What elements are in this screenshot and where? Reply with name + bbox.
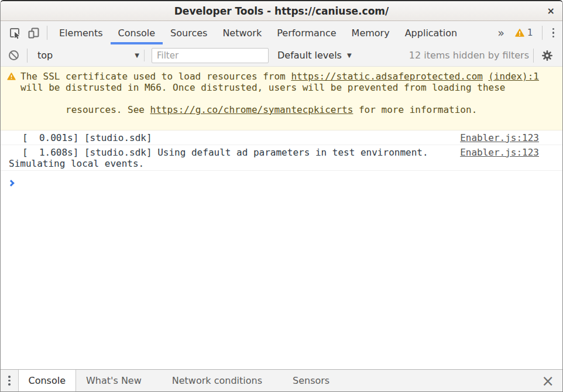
drawer-tab-network-conditions[interactable]: Network conditions xyxy=(162,370,272,391)
console-prompt[interactable] xyxy=(1,171,562,188)
log-source-link[interactable]: Enabler.js:123 xyxy=(460,147,539,158)
gear-icon xyxy=(541,50,553,61)
active-tab-indicator xyxy=(111,42,163,44)
tab-network[interactable]: Network xyxy=(215,21,269,44)
log-message-text: [ 1.608s] [studio.sdk] Using default ad … xyxy=(9,147,453,158)
clear-console-button[interactable] xyxy=(4,47,23,64)
log-levels-dropdown[interactable]: Default levels ▼ xyxy=(277,50,352,61)
devtools-window: Developer Tools - https://caniuse.com/ ×… xyxy=(0,0,563,392)
warning-info-link[interactable]: https://g.co/chrome/symantecpkicerts xyxy=(150,104,353,115)
warning-text: The SSL certificate used to load resourc… xyxy=(20,71,291,82)
tab-memory[interactable]: Memory xyxy=(344,21,397,44)
devtools-tab-bar: Elements Console Sources Network Perform… xyxy=(1,21,562,44)
drawer-tab-console[interactable]: Console xyxy=(18,370,77,391)
tab-console[interactable]: Console xyxy=(111,21,163,44)
console-message-row: [ 1.608s] [studio.sdk] Using default ad … xyxy=(1,145,562,171)
warning-triangle-icon xyxy=(7,73,16,80)
tab-application[interactable]: Application xyxy=(397,21,465,44)
log-message-text: [ 0.001s] [studio.sdk] xyxy=(9,132,453,143)
warning-count: 1 xyxy=(527,27,533,38)
warnings-badge[interactable]: 1 xyxy=(510,27,538,38)
tab-sources[interactable]: Sources xyxy=(163,21,215,44)
console-message-row: [ 0.001s] [studio.sdk] Enabler.js:123 xyxy=(1,130,562,145)
divider xyxy=(27,49,28,63)
divider xyxy=(542,26,543,40)
log-message-text: Simulating local events. xyxy=(9,158,453,169)
tab-performance[interactable]: Performance xyxy=(269,21,344,44)
title-bar: Developer Tools - https://caniuse.com/ × xyxy=(1,1,562,21)
chevron-down-icon: ▼ xyxy=(347,52,352,59)
context-label: top xyxy=(37,50,53,61)
log-source-link[interactable]: Enabler.js:123 xyxy=(460,132,539,143)
devtools-menu-icon[interactable] xyxy=(547,28,561,38)
warning-url-link[interactable]: https://static.adsafeprotected.com xyxy=(291,71,483,82)
inspect-element-button[interactable] xyxy=(5,24,24,42)
device-toolbar-icon xyxy=(28,27,40,39)
inspect-cursor-icon xyxy=(9,27,21,39)
window-close-icon[interactable]: × xyxy=(547,5,555,17)
drawer-tab-bar: Console What's New Network conditions Se… xyxy=(1,369,562,391)
warning-triangle-icon xyxy=(515,29,524,37)
drawer-tab-whats-new[interactable]: What's New xyxy=(76,370,152,391)
console-prompt-chevron-icon xyxy=(8,180,14,186)
device-toolbar-button[interactable] xyxy=(24,24,43,42)
console-toolbar: top ▼ Default levels ▼ 12 items hidden b… xyxy=(1,44,562,67)
console-settings-button[interactable] xyxy=(538,47,557,64)
more-tabs-icon[interactable]: » xyxy=(492,26,510,39)
console-output: The SSL certificate used to load resourc… xyxy=(1,67,562,188)
filter-input[interactable] xyxy=(152,48,269,63)
hidden-items-status: 12 items hidden by filters xyxy=(409,50,529,61)
warning-text: will be distrusted in M66. Once distrust… xyxy=(20,82,539,93)
levels-label: Default levels xyxy=(277,50,342,61)
warning-text: resources. See xyxy=(66,104,150,115)
chevron-down-icon: ▼ xyxy=(135,52,139,59)
block-icon xyxy=(8,50,19,61)
console-warning-message: The SSL certificate used to load resourc… xyxy=(1,67,562,130)
drawer-tab-sensors[interactable]: Sensors xyxy=(283,370,339,391)
warning-text: for more information. xyxy=(353,104,477,115)
window-title: Developer Tools - https://caniuse.com/ xyxy=(174,5,389,17)
divider xyxy=(144,50,145,61)
divider xyxy=(47,26,47,40)
execution-context-selector[interactable]: top ▼ xyxy=(32,48,142,63)
drawer-close-icon[interactable]: × xyxy=(541,374,554,387)
divider xyxy=(533,49,534,63)
warning-source-link[interactable]: (index):1 xyxy=(488,71,539,82)
tab-elements[interactable]: Elements xyxy=(52,21,111,44)
drawer-menu-icon[interactable] xyxy=(1,376,18,386)
